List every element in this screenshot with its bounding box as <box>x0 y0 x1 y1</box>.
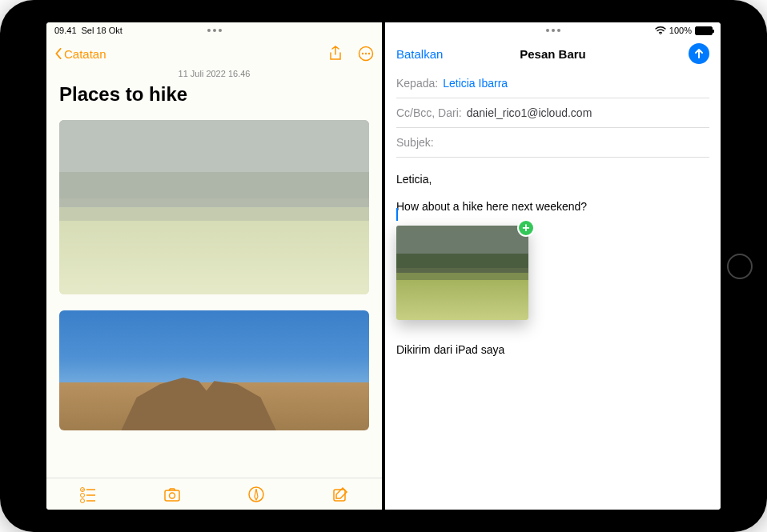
status-bar-right: 100% <box>385 22 721 38</box>
wifi-icon <box>655 26 666 34</box>
drag-selection-overlay <box>59 120 369 294</box>
svg-point-8 <box>81 498 85 502</box>
multitask-dot[interactable] <box>219 29 222 32</box>
back-label: Catatan <box>64 47 106 61</box>
more-button[interactable] <box>358 46 374 62</box>
compose-icon <box>331 486 349 503</box>
to-value[interactable]: Leticia Ibarra <box>443 77 508 90</box>
note-date: 11 Juli 2022 16.46 <box>59 69 369 78</box>
back-button[interactable]: Catatan <box>54 47 106 61</box>
subject-field[interactable]: Subjek: <box>396 128 709 158</box>
plus-badge-icon: + <box>517 219 535 237</box>
multitask-dot[interactable] <box>557 29 560 32</box>
svg-point-14 <box>660 33 661 34</box>
camera-button[interactable] <box>163 486 181 503</box>
status-time: 09.41 <box>54 26 77 35</box>
multitask-dot[interactable] <box>207 29 211 32</box>
note-image-2[interactable] <box>59 310 369 430</box>
svg-point-3 <box>368 53 370 54</box>
mail-fields: Kepada: Leticia Ibarra Cc/Bcc, Dari: dan… <box>385 69 721 158</box>
ipad-device-frame: 09.41 Sel 18 Okt Catatan <box>0 0 767 532</box>
checklist-button[interactable] <box>79 486 97 503</box>
status-date: Sel 18 Okt <box>82 26 122 35</box>
subject-label: Subjek: <box>396 136 434 149</box>
svg-rect-10 <box>165 490 179 501</box>
camera-icon <box>163 486 181 503</box>
more-icon <box>358 46 374 62</box>
notes-header: Catatan <box>46 38 382 69</box>
share-icon <box>327 46 343 62</box>
send-button[interactable] <box>689 43 709 64</box>
note-image-1[interactable] <box>59 120 369 294</box>
markup-button[interactable] <box>247 486 265 503</box>
notes-bottom-toolbar <box>46 478 382 510</box>
mail-title: Pesan Baru <box>520 47 586 61</box>
from-value: daniel_rico1@icloud.com <box>467 106 592 119</box>
svg-point-6 <box>81 493 85 497</box>
mail-body-area[interactable]: Leticia, How about a hike here next week… <box>385 158 721 510</box>
note-body[interactable]: 11 Juli 2022 16.46 Places to hike <box>46 69 382 478</box>
compose-button[interactable] <box>331 486 349 503</box>
mail-signature: Dikirim dari iPad saya <box>396 342 709 358</box>
svg-point-4 <box>81 487 85 491</box>
status-bar-left: 09.41 Sel 18 Okt <box>46 22 382 38</box>
mail-app-pane: 100% Batalkan Pesan Baru Kepada: Leticia… <box>385 22 721 510</box>
body-greeting: Leticia, <box>396 172 709 188</box>
multitask-dot[interactable] <box>552 29 555 32</box>
battery-percent: 100% <box>669 26 692 35</box>
markup-icon <box>247 486 265 503</box>
share-button[interactable] <box>327 46 343 62</box>
multitask-dot[interactable] <box>546 29 549 32</box>
svg-point-11 <box>170 493 175 498</box>
checklist-icon <box>79 486 97 503</box>
text-cursor <box>396 208 398 221</box>
to-field[interactable]: Kepada: Leticia Ibarra <box>396 69 709 98</box>
body-text: How about a hike here next weekend? <box>396 199 709 215</box>
home-button[interactable] <box>727 254 753 279</box>
chevron-left-icon <box>54 48 62 59</box>
svg-point-2 <box>365 53 367 54</box>
dragged-image-attachment[interactable]: + <box>396 226 528 320</box>
cancel-button[interactable]: Batalkan <box>396 47 443 61</box>
to-label: Kepada: <box>396 77 438 90</box>
multitask-dot[interactable] <box>213 29 216 32</box>
note-title: Places to hike <box>59 83 369 106</box>
cc-bcc-field[interactable]: Cc/Bcc, Dari: daniel_rico1@icloud.com <box>396 98 709 128</box>
screen: 09.41 Sel 18 Okt Catatan <box>46 22 721 510</box>
notes-app-pane: 09.41 Sel 18 Okt Catatan <box>46 22 382 510</box>
rock-formation <box>121 365 276 431</box>
battery-icon <box>695 26 713 35</box>
svg-point-1 <box>362 53 363 54</box>
arrow-up-icon <box>693 48 705 59</box>
cc-label: Cc/Bcc, Dari: <box>396 106 462 119</box>
mail-header: Batalkan Pesan Baru <box>385 38 721 69</box>
